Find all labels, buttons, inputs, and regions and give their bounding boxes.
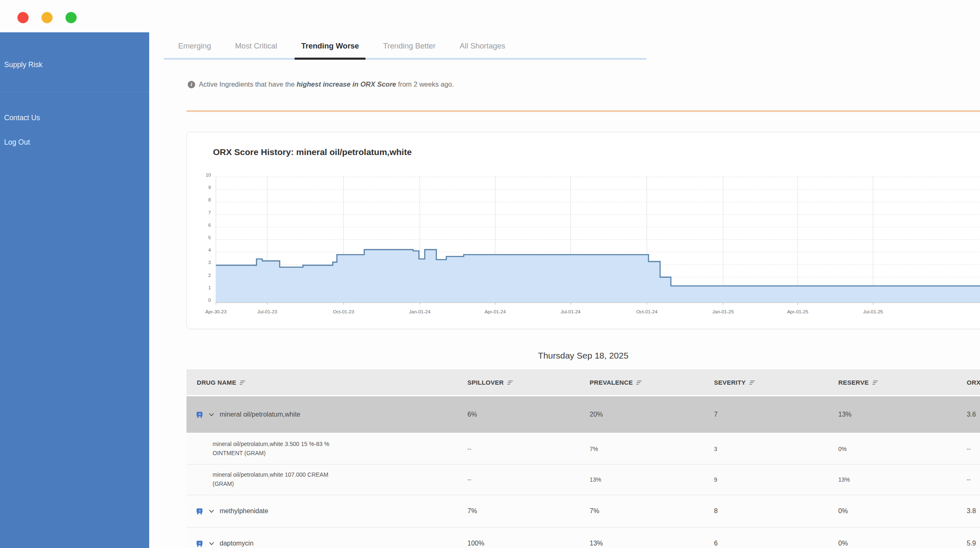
svg-text:10: 10	[206, 172, 211, 177]
app-window: Supply Risk Contact Us Log Out Emerging …	[0, 0, 980, 548]
svg-text:Apr-01-24: Apr-01-24	[484, 309, 506, 314]
header-reserve[interactable]: RESERVE	[836, 369, 964, 396]
cell-prevalence: 20%	[587, 396, 711, 434]
cell-prevalence: 13%	[587, 527, 711, 548]
cell-orx: --	[964, 464, 980, 495]
cell-spillover: 7%	[465, 495, 587, 527]
cell-severity: 3	[711, 434, 836, 465]
chevron-down-icon[interactable]	[209, 413, 214, 417]
cell-spillover: 100%	[465, 527, 587, 548]
section-divider	[186, 110, 980, 112]
table-header-row: DRUG NAME SPILLOVER PREVALENCE SEVERITY …	[186, 369, 980, 396]
svg-text:8: 8	[208, 197, 211, 202]
orx-history-card: ORX Score History: mineral oil/petrolatu…	[186, 132, 980, 329]
cell-reserve: 13%	[836, 396, 964, 434]
cell-orx: 5.9	[964, 527, 980, 548]
cell-spillover: --	[465, 434, 587, 465]
cell-prevalence: 13%	[587, 464, 711, 495]
orx-score-area-chart: Apr-30-23Jul-01-23Oct-01-23Jan-01-24Apr-…	[187, 165, 980, 323]
header-severity[interactable]: SEVERITY	[711, 369, 836, 396]
cell-orx: --	[964, 434, 980, 465]
chevron-down-icon[interactable]	[209, 509, 214, 513]
info-icon[interactable]: i	[188, 81, 195, 88]
header-drug-name[interactable]: DRUG NAME	[186, 369, 465, 396]
sidebar-item-contact-us[interactable]: Contact Us	[0, 111, 149, 125]
sidebar-item-log-out[interactable]: Log Out	[0, 136, 149, 149]
drug-name: methylphenidate	[220, 507, 268, 515]
svg-text:7: 7	[208, 210, 211, 215]
pin-icon[interactable]	[196, 411, 203, 418]
table-row[interactable]: mineral oil/petrolatum,white 6% 20% 7 13…	[186, 396, 980, 434]
chevron-down-icon[interactable]	[209, 542, 214, 546]
main-content: Emerging Most Critical Trending Worse Tr…	[149, 32, 980, 548]
cell-severity: 8	[711, 495, 836, 527]
tab-emerging[interactable]: Emerging	[178, 41, 211, 51]
table-date-heading: Thursday Sep 18, 2025	[186, 351, 980, 361]
sidebar: Supply Risk Contact Us Log Out	[0, 32, 149, 548]
svg-text:0: 0	[208, 298, 211, 303]
cell-severity: 6	[711, 527, 836, 548]
header-orx[interactable]: ORX	[964, 369, 980, 396]
sort-icon	[239, 380, 245, 385]
cell-prevalence: 7%	[587, 434, 711, 465]
table-row[interactable]: methylphenidate 7% 7% 8 0% 3.8	[186, 495, 980, 527]
header-spillover[interactable]: SPILLOVER	[465, 369, 587, 396]
tab-trending-better[interactable]: Trending Better	[383, 41, 436, 51]
svg-text:Apr-30-23: Apr-30-23	[205, 309, 226, 314]
sort-icon	[872, 380, 878, 385]
svg-text:2: 2	[208, 273, 211, 278]
sort-icon	[507, 380, 513, 385]
cell-spillover: 6%	[465, 396, 587, 434]
cell-orx: 3.8	[964, 495, 980, 527]
svg-text:Jul-01-24: Jul-01-24	[561, 309, 581, 314]
pin-icon[interactable]	[196, 507, 203, 515]
cell-severity: 9	[711, 464, 836, 495]
svg-text:Jul-01-25: Jul-01-25	[863, 309, 883, 314]
svg-text:Jan-01-25: Jan-01-25	[712, 309, 734, 314]
chart-title: ORX Score History: mineral oil/petrolatu…	[213, 147, 412, 157]
svg-text:Oct-01-23: Oct-01-23	[333, 309, 354, 314]
svg-text:Apr-01-25: Apr-01-25	[787, 309, 808, 314]
window-titlebar	[0, 0, 980, 33]
cell-reserve: 13%	[836, 464, 964, 495]
info-banner: i Active Ingredients that have the highe…	[188, 80, 454, 88]
sidebar-divider	[0, 92, 149, 92]
shortage-table: DRUG NAME SPILLOVER PREVALENCE SEVERITY …	[186, 369, 980, 548]
svg-text:Jan-01-24: Jan-01-24	[409, 309, 431, 314]
table-subrow: mineral oil/petrolatum,white 3.500 15 %-…	[186, 434, 980, 465]
minimize-button[interactable]	[41, 12, 53, 23]
cell-prevalence: 7%	[587, 495, 711, 527]
svg-text:1: 1	[208, 285, 211, 290]
tab-most-critical[interactable]: Most Critical	[235, 41, 277, 51]
info-text: Active Ingredients that have the highest…	[199, 80, 454, 88]
tab-bar: Emerging Most Critical Trending Worse Tr…	[164, 35, 646, 60]
cell-spillover: --	[465, 464, 587, 495]
sort-icon	[636, 380, 642, 385]
cell-severity: 7	[711, 396, 836, 434]
svg-text:6: 6	[208, 223, 211, 228]
sort-icon	[749, 380, 755, 385]
cell-orx: 3.6	[964, 396, 980, 434]
cell-reserve: 0%	[836, 527, 964, 548]
drug-name: daptomycin	[220, 540, 254, 547]
drug-name: mineral oil/petrolatum,white	[220, 411, 300, 418]
svg-text:9: 9	[208, 185, 211, 190]
svg-text:Oct-01-24: Oct-01-24	[636, 309, 658, 314]
svg-text:4: 4	[208, 247, 211, 252]
tab-all-shortages[interactable]: All Shortages	[460, 41, 505, 51]
cell-reserve: 0%	[836, 495, 964, 527]
header-prevalence[interactable]: PREVALENCE	[587, 369, 711, 396]
sidebar-item-supply-risk[interactable]: Supply Risk	[0, 58, 149, 72]
svg-text:3: 3	[208, 260, 211, 265]
table-subrow: mineral oil/petrolatum,white 107.000 CRE…	[186, 464, 980, 495]
drug-name: mineral oil/petrolatum,white 3.500 15 %-…	[189, 440, 350, 458]
drug-name: mineral oil/petrolatum,white 107.000 CRE…	[189, 470, 350, 488]
svg-text:Jul-01-23: Jul-01-23	[257, 309, 277, 314]
table-row[interactable]: daptomycin 100% 13% 6 0% 5.9	[186, 527, 980, 548]
cell-reserve: 0%	[836, 434, 964, 465]
pin-icon[interactable]	[196, 540, 203, 547]
tab-trending-worse[interactable]: Trending Worse	[301, 41, 359, 51]
zoom-button[interactable]	[65, 12, 77, 23]
svg-text:5: 5	[208, 235, 211, 240]
close-button[interactable]	[17, 12, 29, 23]
